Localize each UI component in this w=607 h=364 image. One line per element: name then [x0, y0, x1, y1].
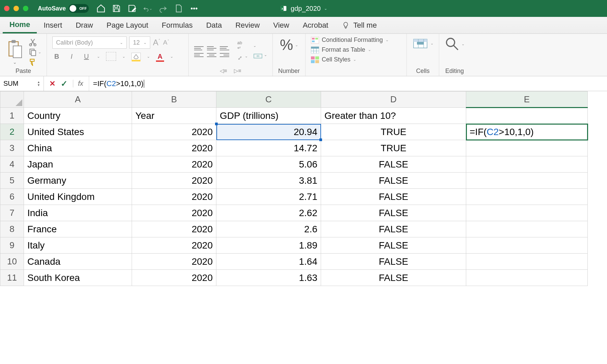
cell[interactable]	[466, 189, 588, 205]
row-header[interactable]: 11	[0, 270, 24, 286]
row-header[interactable]: 6	[0, 189, 24, 205]
tell-me-search[interactable]: Tell me	[342, 21, 377, 30]
row-header[interactable]: 10	[0, 254, 24, 270]
cell[interactable]: Canada	[24, 254, 132, 270]
cell-c2-referenced[interactable]: 20.94	[216, 124, 321, 140]
cell[interactable]: 14.72	[216, 140, 321, 156]
more-icon[interactable]: •••	[189, 4, 199, 13]
wrap-text-icon[interactable]: ab↵	[235, 41, 245, 49]
cell[interactable]: 2020	[132, 124, 216, 140]
cell[interactable]: 1.89	[216, 237, 321, 254]
cell[interactable]: Japan	[24, 156, 132, 173]
col-header-b[interactable]: B	[132, 92, 216, 108]
new-sheet-icon[interactable]	[174, 4, 183, 13]
cell-a1[interactable]: Country	[24, 108, 132, 124]
align-top-icon[interactable]	[194, 46, 204, 50]
spreadsheet-grid[interactable]: A B C D E 1 Country Year GDP (trillions)…	[0, 91, 607, 286]
font-color-button[interactable]: A	[156, 53, 164, 60]
select-all-corner[interactable]	[0, 92, 24, 108]
cell[interactable]	[466, 254, 588, 270]
cell[interactable]: 2020	[132, 237, 216, 254]
row-header[interactable]: 8	[0, 221, 24, 237]
autosave-toggle[interactable]: AutoSave OFF	[38, 4, 89, 13]
cell[interactable]	[466, 156, 588, 173]
row-header[interactable]: 7	[0, 205, 24, 221]
fill-color-button[interactable]	[131, 53, 141, 60]
cell[interactable]	[466, 173, 588, 189]
cell[interactable]: TRUE	[321, 124, 466, 140]
cell[interactable]: 2020	[132, 189, 216, 205]
cell[interactable]: Italy	[24, 237, 132, 254]
cell[interactable]: 2020	[132, 270, 216, 286]
row-header[interactable]: 9	[0, 237, 24, 254]
align-right-icon[interactable]	[220, 53, 229, 57]
align-center-icon[interactable]	[207, 53, 216, 57]
cell[interactable]: FALSE	[321, 221, 466, 237]
cell[interactable]: Germany	[24, 173, 132, 189]
confirm-formula-button[interactable]: ✓	[61, 79, 68, 88]
cut-icon[interactable]	[28, 37, 37, 46]
save-edit-icon[interactable]	[127, 4, 137, 13]
cell[interactable]	[466, 237, 588, 254]
cell[interactable]: FALSE	[321, 237, 466, 254]
cell[interactable]: 3.81	[216, 173, 321, 189]
align-left-icon[interactable]	[194, 53, 204, 57]
cell-d1[interactable]: Greater than 10?	[321, 108, 466, 124]
cell[interactable]	[466, 221, 588, 237]
italic-button[interactable]: I	[67, 53, 76, 60]
orientation-icon[interactable]: ⤢	[235, 54, 245, 62]
cell[interactable]: China	[24, 140, 132, 156]
cell[interactable]	[466, 205, 588, 221]
cell[interactable]: 5.06	[216, 156, 321, 173]
cell[interactable]: 2.6	[216, 221, 321, 237]
cell[interactable]: FALSE	[321, 156, 466, 173]
copy-icon[interactable]	[28, 48, 37, 56]
minimize-window-button[interactable]	[14, 6, 19, 11]
cell[interactable]: 2020	[132, 254, 216, 270]
tab-view[interactable]: View	[266, 17, 296, 33]
tab-insert[interactable]: Insert	[37, 17, 69, 33]
cell[interactable]: France	[24, 221, 132, 237]
cell-styles-button[interactable]: Cell Styles⌄	[311, 56, 401, 63]
row-header[interactable]: 4	[0, 156, 24, 173]
cell[interactable]: 2020	[132, 205, 216, 221]
cell[interactable]: 1.64	[216, 254, 321, 270]
autosave-switch[interactable]: OFF	[69, 4, 89, 13]
cell[interactable]: 2.62	[216, 205, 321, 221]
font-size-selector[interactable]: 12⌄	[129, 36, 150, 49]
cell[interactable]	[466, 140, 588, 156]
cell[interactable]: India	[24, 205, 132, 221]
tab-review[interactable]: Review	[229, 17, 266, 33]
document-title[interactable]: X gdp_2020 ⌄	[280, 0, 327, 17]
close-window-button[interactable]	[4, 6, 9, 11]
row-header[interactable]: 1	[0, 108, 24, 124]
align-middle-icon[interactable]	[207, 46, 216, 50]
col-header-e[interactable]: E	[466, 92, 588, 108]
cell-b1[interactable]: Year	[132, 108, 216, 124]
redo-icon[interactable]	[158, 4, 168, 13]
decrease-font-icon[interactable]: A˅	[163, 39, 169, 46]
row-header[interactable]: 3	[0, 140, 24, 156]
home-icon[interactable]	[96, 4, 106, 13]
cancel-formula-button[interactable]: ✕	[49, 79, 55, 88]
cell-e2-editing[interactable]: =IF(C2>10,1,0)	[466, 124, 588, 140]
cell[interactable]: 2020	[132, 140, 216, 156]
cell[interactable]: 2.71	[216, 189, 321, 205]
tab-formulas[interactable]: Formulas	[155, 17, 200, 33]
tab-home[interactable]: Home	[3, 17, 37, 33]
row-header[interactable]: 2	[0, 124, 24, 140]
cell-c1[interactable]: GDP (trillions)	[216, 108, 321, 124]
cell[interactable]: FALSE	[321, 254, 466, 270]
format-painter-icon[interactable]	[28, 58, 37, 67]
cells-icon[interactable]	[412, 36, 428, 50]
underline-button[interactable]: U	[82, 53, 91, 60]
tab-draw[interactable]: Draw	[69, 17, 100, 33]
cell[interactable]: FALSE	[321, 270, 466, 286]
cell[interactable]: 2020	[132, 173, 216, 189]
cell[interactable]: South Korea	[24, 270, 132, 286]
col-header-d[interactable]: D	[321, 92, 466, 108]
cell[interactable]: United States	[24, 124, 132, 140]
paste-icon[interactable]	[5, 39, 24, 59]
decrease-indent-icon[interactable]: ◁≡	[218, 67, 229, 75]
format-as-table-button[interactable]: Format as Table⌄	[311, 46, 401, 53]
